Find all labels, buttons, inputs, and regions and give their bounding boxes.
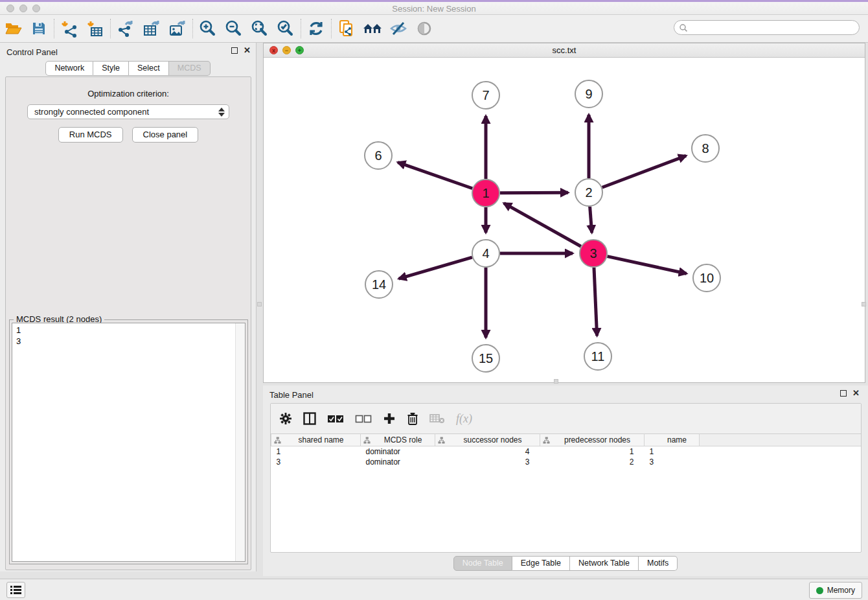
- save-session-icon[interactable]: [26, 17, 52, 40]
- birds-eye-view-icon[interactable]: [411, 17, 437, 40]
- window-title: Session: New Session: [0, 4, 868, 14]
- graph-edge-1-6[interactable]: [398, 163, 472, 189]
- export-table-icon[interactable]: [139, 17, 165, 40]
- tab-motifs[interactable]: Motifs: [639, 556, 678, 571]
- network-titlebar[interactable]: x − + scc.txt: [264, 43, 865, 58]
- close-panel-button[interactable]: Close panel: [132, 127, 199, 143]
- optimization-criterion-select[interactable]: strongly connected component: [27, 104, 229, 119]
- deselect-all-rows-icon[interactable]: [355, 415, 372, 423]
- network-canvas[interactable]: 7968124314101511: [264, 58, 865, 382]
- zoom-in-icon[interactable]: [195, 17, 221, 40]
- svg-text:3: 3: [589, 246, 597, 260]
- import-network-icon[interactable]: [56, 17, 82, 40]
- first-neighbors-icon[interactable]: [360, 17, 385, 40]
- zoom-out-icon[interactable]: [221, 17, 247, 40]
- float-table-panel-icon[interactable]: [840, 390, 847, 397]
- select-all-rows-icon[interactable]: [327, 415, 344, 423]
- app-titlebar: Session: New Session: [0, 2, 868, 15]
- graph-node-11[interactable]: 11: [584, 343, 611, 370]
- hide-graphics-details-icon[interactable]: [385, 17, 411, 40]
- apply-layout-icon[interactable]: [303, 17, 329, 40]
- graph-node-1[interactable]: 1: [472, 179, 499, 207]
- close-table-panel-icon[interactable]: ✕: [852, 390, 860, 397]
- table-cell[interactable]: dominator: [361, 457, 435, 467]
- create-column-plus-icon[interactable]: [383, 412, 396, 425]
- table-cell[interactable]: 1: [540, 446, 645, 457]
- show-columns-icon[interactable]: [303, 412, 316, 425]
- export-image-icon[interactable]: [165, 17, 190, 40]
- delete-table-icon[interactable]: [429, 413, 445, 424]
- graph-edge-3-11[interactable]: [594, 268, 597, 336]
- status-bar: Memory: [0, 579, 868, 600]
- tab-node-table[interactable]: Node Table: [453, 556, 512, 571]
- graph-node-14[interactable]: 14: [365, 271, 393, 298]
- table-cell[interactable]: 2: [540, 457, 645, 467]
- clone-network-icon[interactable]: [334, 17, 360, 40]
- column-header-mcds-role[interactable]: MCDS role: [361, 434, 435, 446]
- select-stepper-icon: [218, 107, 225, 117]
- table-toolbar: f(x): [271, 404, 861, 433]
- graph-edge-2-3[interactable]: [590, 207, 592, 233]
- graph-node-3[interactable]: 3: [580, 240, 607, 267]
- graph-node-2[interactable]: 2: [575, 179, 602, 206]
- graph-node-4[interactable]: 4: [472, 240, 499, 267]
- function-builder-icon[interactable]: f(x): [456, 412, 472, 426]
- svg-text:7: 7: [482, 88, 489, 102]
- graph-node-6[interactable]: 6: [365, 142, 392, 169]
- column-header-name[interactable]: name: [645, 434, 700, 446]
- graph-edge-1-2[interactable]: [500, 192, 568, 193]
- tab-edge-table[interactable]: Edge Table: [512, 556, 570, 571]
- list-icon: [10, 585, 21, 595]
- svg-text:10: 10: [700, 271, 714, 285]
- table-cell[interactable]: 3: [271, 457, 361, 467]
- table-cell[interactable]: 3: [435, 457, 540, 467]
- canvas-v-scroll-handle[interactable]: [862, 302, 866, 306]
- tab-network-table[interactable]: Network Table: [570, 556, 639, 571]
- export-network-icon[interactable]: [113, 17, 139, 40]
- tab-network[interactable]: Network: [45, 61, 93, 76]
- table-row[interactable]: 1dominator411: [271, 446, 862, 457]
- column-header-successor-nodes[interactable]: successor nodes: [435, 434, 540, 446]
- search-box: [674, 20, 860, 35]
- table-cell[interactable]: 1: [645, 446, 700, 457]
- column-header-shared-name[interactable]: shared name: [271, 434, 361, 446]
- table-cell[interactable]: 4: [435, 446, 540, 457]
- task-history-button[interactable]: [6, 582, 25, 598]
- delete-column-trash-icon[interactable]: [407, 412, 418, 426]
- graph-node-15[interactable]: 15: [472, 345, 499, 372]
- close-panel-icon[interactable]: ✕: [244, 47, 251, 54]
- search-input[interactable]: [688, 22, 859, 34]
- graph-node-9[interactable]: 9: [575, 80, 602, 108]
- svg-text:11: 11: [591, 349, 605, 363]
- graph-node-7[interactable]: 7: [472, 82, 499, 109]
- open-folder-icon[interactable]: [0, 17, 26, 40]
- table-cell[interactable]: 3: [645, 457, 700, 467]
- node-table: shared nameMCDS rolesuccessor nodesprede…: [271, 433, 861, 467]
- graph-edge-3-1[interactable]: [504, 203, 581, 247]
- import-table-icon[interactable]: [82, 17, 108, 40]
- table-cell[interactable]: 1: [271, 446, 361, 457]
- graph-edge-4-14[interactable]: [399, 257, 472, 279]
- result-scrollbar[interactable]: [235, 323, 245, 561]
- canvas-h-scroll-handle[interactable]: [554, 379, 558, 384]
- tab-select[interactable]: Select: [129, 61, 169, 76]
- float-panel-icon[interactable]: [231, 47, 238, 54]
- tab-mcds[interactable]: MCDS: [169, 61, 211, 76]
- zoom-selected-icon[interactable]: [273, 17, 299, 40]
- graph-edge-3-10[interactable]: [607, 257, 686, 274]
- search-icon: [679, 23, 688, 32]
- table-cell[interactable]: dominator: [361, 446, 435, 457]
- graph-node-8[interactable]: 8: [692, 135, 719, 162]
- table-panel: Table Panel ✕: [263, 386, 868, 576]
- run-mcds-button[interactable]: Run MCDS: [58, 127, 123, 143]
- table-settings-gear-icon[interactable]: [279, 412, 292, 425]
- zoom-fit-icon[interactable]: [247, 17, 273, 40]
- table-row[interactable]: 3dominator323: [271, 457, 862, 467]
- mcds-result-area[interactable]: 1 3: [12, 323, 246, 562]
- tab-style[interactable]: Style: [93, 61, 129, 76]
- graph-node-10[interactable]: 10: [693, 264, 720, 292]
- splitpane-handle[interactable]: [257, 302, 262, 306]
- memory-button[interactable]: Memory: [809, 582, 862, 599]
- column-header-predecessor-nodes[interactable]: predecessor nodes: [540, 434, 645, 446]
- graph-edge-2-8[interactable]: [602, 156, 686, 187]
